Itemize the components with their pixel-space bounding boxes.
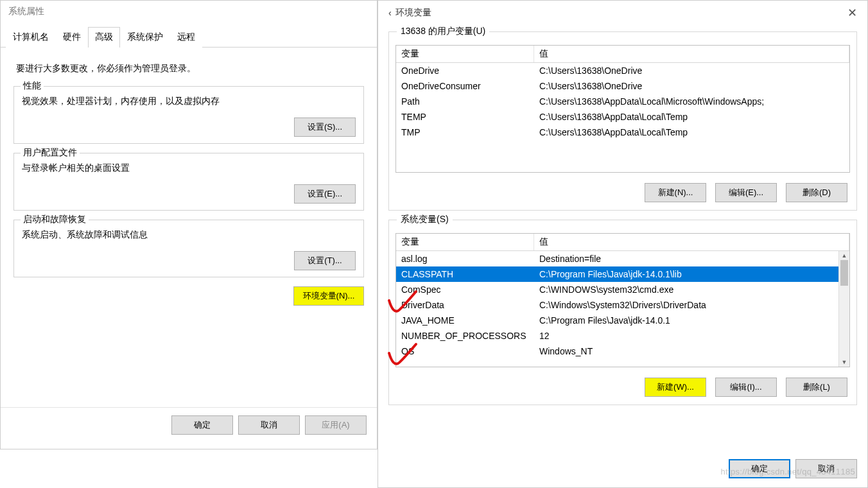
var-value: C:\Users\13638\OneDrive — [534, 78, 849, 94]
scroll-down-icon[interactable]: ▼ — [839, 358, 849, 367]
titlebar: 系统属性 — [1, 1, 377, 22]
var-name: OneDriveConsumer — [396, 78, 534, 94]
table-row[interactable]: CLASSPATHC:\Program Files\Java\jdk-14.0.… — [396, 266, 849, 282]
performance-settings-button[interactable]: 设置(S)... — [294, 118, 356, 137]
startup-settings-button[interactable]: 设置(T)... — [294, 251, 356, 270]
ok-button[interactable]: 确定 — [171, 415, 233, 435]
tab-system-protection[interactable]: 系统保护 — [120, 27, 170, 48]
user-variables-group: 13638 的用户变量(U) 变量 值 OneDriveC:\Users\136… — [388, 31, 857, 211]
tab-computer-name[interactable]: 计算机名 — [6, 27, 56, 48]
var-value: Destination=file — [534, 251, 849, 266]
system-variables-legend: 系统变量(S) — [397, 214, 453, 225]
table-row[interactable]: TMPC:\Users\13638\AppData\Local\Temp — [396, 125, 849, 140]
scroll-thumb[interactable] — [840, 260, 848, 286]
titlebar: ‹ 环境变量 ✕ — [378, 1, 867, 25]
system-variables-group: 系统变量(S) 变量 值 asl.logDestination=fileCLAS… — [388, 220, 857, 405]
startup-legend: 启动和故障恢复 — [21, 214, 89, 225]
watermark: https://blog.csdn.net/qq_43411185 — [721, 467, 855, 476]
table-row[interactable]: DriverDataC:\Windows\System32\Drivers\Dr… — [396, 297, 849, 313]
var-name: OneDrive — [396, 63, 534, 78]
close-icon[interactable]: ✕ — [845, 6, 860, 20]
cancel-button[interactable]: 取消 — [238, 415, 300, 435]
environment-variables-dialog: ‹ 环境变量 ✕ 13638 的用户变量(U) 变量 值 OneDriveC:\… — [378, 0, 868, 488]
var-value: C:\Users\13638\AppData\Local\Temp — [534, 109, 849, 125]
performance-legend: 性能 — [21, 80, 44, 92]
user-variables-legend: 13638 的用户变量(U) — [397, 26, 489, 37]
var-value: C:\Users\13638\OneDrive — [534, 63, 849, 78]
var-name: Path — [396, 94, 534, 109]
dialog-button-bar: 确定 取消 应用(A) — [1, 407, 377, 442]
tab-strip: 计算机名 硬件 高级 系统保护 远程 — [1, 26, 377, 48]
var-value: C:\Windows\System32\Drivers\DriverData — [534, 297, 849, 313]
dialog-title: 环境变量 — [395, 7, 845, 19]
system-properties-dialog: 系统属性 计算机名 硬件 高级 系统保护 远程 要进行大多数更改，你必须作为管理… — [0, 0, 378, 449]
table-row[interactable]: OneDriveConsumerC:\Users\13638\OneDrive — [396, 78, 849, 94]
var-name: JAVA_HOME — [396, 313, 534, 328]
var-name: TMP — [396, 125, 534, 140]
var-value: C:\Program Files\Java\jdk-14.0.1\lib — [534, 266, 849, 282]
environment-variables-button[interactable]: 环境变量(N)... — [293, 286, 364, 306]
var-name: DriverData — [396, 297, 534, 313]
apply-button[interactable]: 应用(A) — [305, 415, 367, 435]
system-variables-table[interactable]: 变量 值 asl.logDestination=fileCLASSPATHC:\… — [395, 233, 850, 367]
sys-delete-button[interactable]: 删除(L) — [786, 378, 847, 397]
sys-new-button[interactable]: 新建(W)... — [645, 378, 706, 397]
dialog-title: 系统属性 — [8, 6, 44, 17]
header-name: 变量 — [396, 234, 534, 250]
var-name: OS — [396, 344, 534, 359]
table-row[interactable]: OneDriveC:\Users\13638\OneDrive — [396, 63, 849, 78]
table-row[interactable]: JAVA_HOMEC:\Program Files\Java\jdk-14.0.… — [396, 313, 849, 328]
tab-advanced[interactable]: 高级 — [88, 27, 120, 48]
var-name: ComSpec — [396, 282, 534, 297]
user-edit-button[interactable]: 编辑(E)... — [715, 183, 777, 202]
var-name: TEMP — [396, 109, 534, 125]
user-var-button-row: 新建(N)... 编辑(E)... 删除(D) — [389, 178, 856, 210]
user-profile-group: 用户配置文件 与登录帐户相关的桌面设置 设置(E)... — [13, 153, 364, 211]
table-header: 变量 值 — [396, 234, 849, 251]
table-header: 变量 值 — [396, 46, 849, 63]
var-name: asl.log — [396, 251, 534, 266]
var-value: C:\WINDOWS\system32\cmd.exe — [534, 282, 849, 297]
tab-remote[interactable]: 远程 — [170, 27, 202, 48]
back-icon: ‹ — [388, 8, 392, 18]
header-name: 变量 — [396, 46, 534, 62]
user-profile-legend: 用户配置文件 — [21, 147, 80, 159]
table-row[interactable]: ComSpecC:\WINDOWS\system32\cmd.exe — [396, 282, 849, 297]
sys-var-button-row: 新建(W)... 编辑(I)... 删除(L) — [389, 372, 856, 405]
var-value: C:\Users\13638\AppData\Local\Temp — [534, 125, 849, 140]
user-new-button[interactable]: 新建(N)... — [645, 183, 706, 202]
table-row[interactable]: NUMBER_OF_PROCESSORS12 — [396, 328, 849, 344]
var-value: C:\Users\13638\AppData\Local\Microsoft\W… — [534, 94, 849, 109]
performance-group: 性能 视觉效果，处理器计划，内存使用，以及虚拟内存 设置(S)... — [13, 86, 364, 144]
tab-content: 要进行大多数更改，你必须作为管理员登录。 性能 视觉效果，处理器计划，内存使用，… — [1, 48, 377, 315]
table-row[interactable]: PathC:\Users\13638\AppData\Local\Microso… — [396, 94, 849, 109]
scrollbar[interactable]: ▲ ▼ — [838, 251, 849, 367]
performance-desc: 视觉效果，处理器计划，内存使用，以及虚拟内存 — [22, 96, 356, 107]
header-value: 值 — [534, 46, 849, 62]
user-variables-table[interactable]: 变量 值 OneDriveC:\Users\13638\OneDriveOneD… — [395, 45, 850, 173]
sys-edit-button[interactable]: 编辑(I)... — [715, 378, 777, 397]
tab-hardware[interactable]: 硬件 — [56, 27, 88, 48]
var-name: CLASSPATH — [396, 266, 534, 282]
table-row[interactable]: TEMPC:\Users\13638\AppData\Local\Temp — [396, 109, 849, 125]
var-value: C:\Program Files\Java\jdk-14.0.1 — [534, 313, 849, 328]
var-value: 12 — [534, 328, 849, 344]
user-profile-settings-button[interactable]: 设置(E)... — [294, 184, 356, 204]
table-row[interactable]: OSWindows_NT — [396, 344, 849, 359]
header-value: 值 — [534, 234, 849, 250]
var-value: Windows_NT — [534, 344, 849, 359]
var-name: NUMBER_OF_PROCESSORS — [396, 328, 534, 344]
table-row[interactable]: asl.logDestination=file — [396, 251, 849, 266]
user-profile-desc: 与登录帐户相关的桌面设置 — [22, 162, 356, 174]
startup-group: 启动和故障恢复 系统启动、系统故障和调试信息 设置(T)... — [13, 220, 364, 277]
admin-note: 要进行大多数更改，你必须作为管理员登录。 — [16, 63, 361, 74]
user-delete-button[interactable]: 删除(D) — [786, 183, 847, 202]
startup-desc: 系统启动、系统故障和调试信息 — [22, 229, 356, 241]
scroll-up-icon[interactable]: ▲ — [839, 251, 849, 260]
